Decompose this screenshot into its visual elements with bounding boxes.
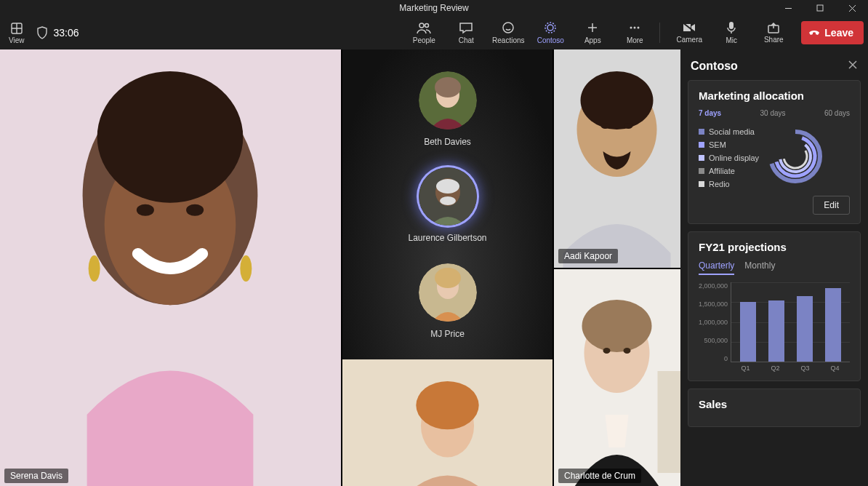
contoso-icon — [543, 21, 558, 34]
svg-point-37 — [416, 381, 478, 429]
participant-name: MJ Price — [430, 329, 465, 339]
panel-title: Contoso — [691, 60, 738, 73]
svg-point-2 — [419, 23, 424, 28]
svg-point-19 — [240, 255, 252, 282]
video-tile-overflow[interactable] — [342, 359, 552, 486]
legend-label: Online display — [709, 154, 759, 162]
avatar-thumb-3[interactable] — [419, 263, 477, 322]
allocation-card: Marketing allocation 7 days 30 days 60 d… — [688, 80, 861, 224]
legend-label: SEM — [709, 140, 726, 149]
range-tab-30[interactable]: 30 days — [760, 109, 786, 117]
avatar-thumb-2[interactable] — [419, 167, 477, 226]
camera-label: Camera — [677, 36, 703, 44]
avatar — [554, 49, 680, 268]
video-tile-main[interactable]: Serena Davis — [0, 49, 341, 486]
people-label: People — [413, 36, 435, 44]
contoso-button[interactable]: Contoso — [530, 16, 571, 49]
mic-button[interactable]: Mic — [711, 16, 752, 49]
name-plate: Charlotte de Crum — [558, 469, 641, 483]
window-title: Marketing Review — [399, 3, 468, 13]
svg-point-4 — [503, 23, 513, 33]
svg-point-17 — [186, 204, 204, 216]
svg-point-44 — [771, 132, 820, 181]
bar — [740, 302, 756, 362]
leave-button[interactable]: Leave — [801, 21, 864, 44]
range-tab-7[interactable]: 7 days — [699, 109, 721, 117]
chat-label: Chat — [459, 36, 474, 44]
ellipsis-icon — [628, 21, 641, 34]
allocation-legend: Social media SEM Online display Affiliat… — [699, 127, 759, 188]
people-icon — [417, 21, 431, 34]
reactions-label: Reactions — [492, 36, 524, 44]
close-button[interactable] — [836, 0, 868, 16]
svg-point-7 — [630, 27, 632, 29]
bar — [797, 296, 813, 362]
shield-icon — [36, 26, 48, 39]
participant-name: Beth Davies — [424, 137, 471, 147]
participant-name: Laurence Gilbertson — [408, 233, 486, 243]
range-tab-60[interactable]: 60 days — [824, 109, 850, 117]
projections-card: FY21 projections Quarterly Monthly 2,000… — [688, 231, 861, 381]
video-tile-3[interactable]: Charlotte de Crum — [554, 269, 680, 486]
minimize-button[interactable] — [772, 0, 804, 16]
meeting-timer: 33:06 — [54, 27, 79, 39]
legend-label: Social media — [709, 127, 755, 136]
bar-chart: 2,000,0001,500,0001,000,000500,0000 — [699, 282, 850, 362]
more-button[interactable]: More — [614, 16, 655, 49]
camera-off-icon — [682, 22, 696, 33]
svg-point-42 — [603, 348, 611, 354]
camera-button[interactable]: Camera — [669, 16, 710, 49]
reactions-button[interactable]: Reactions — [488, 16, 529, 49]
legend-label: Redio — [709, 180, 730, 188]
apps-button[interactable]: Apps — [572, 16, 613, 49]
view-button[interactable]: View — [9, 22, 25, 44]
legend-label: Affiliate — [709, 167, 735, 175]
close-panel-button[interactable] — [848, 60, 858, 73]
svg-point-27 — [435, 77, 461, 97]
legend-swatch — [699, 142, 704, 148]
people-button[interactable]: People — [403, 16, 444, 49]
svg-point-23 — [601, 123, 610, 129]
grid-icon — [10, 22, 23, 35]
chat-icon — [459, 21, 473, 34]
card-title: Marketing allocation — [699, 89, 850, 102]
svg-point-18 — [89, 255, 100, 282]
svg-point-30 — [436, 179, 459, 194]
avatar-thumb-1[interactable] — [419, 71, 477, 130]
tab-quarterly[interactable]: Quarterly — [699, 260, 734, 275]
sales-card: Sales — [688, 389, 861, 427]
svg-point-6 — [545, 23, 555, 33]
legend-swatch — [699, 168, 704, 174]
share-icon — [767, 22, 780, 33]
svg-point-43 — [624, 348, 631, 354]
avatar — [0, 49, 341, 486]
mic-label: Mic — [726, 36, 738, 44]
donut-chart — [766, 127, 824, 186]
share-button[interactable]: Share — [753, 16, 794, 49]
maximize-button[interactable] — [804, 0, 836, 16]
chat-button[interactable]: Chat — [446, 16, 486, 49]
video-tile-2[interactable]: Aadi Kapoor — [554, 49, 680, 268]
share-label: Share — [764, 36, 784, 44]
svg-rect-39 — [658, 371, 681, 473]
svg-point-22 — [581, 71, 654, 130]
legend-swatch — [699, 155, 704, 161]
toolbar-divider — [659, 23, 660, 43]
plus-icon — [586, 21, 599, 34]
avatar — [554, 269, 680, 486]
svg-point-15 — [97, 71, 244, 203]
svg-point-16 — [137, 204, 154, 216]
tab-monthly[interactable]: Monthly — [744, 260, 775, 275]
svg-point-34 — [435, 268, 461, 288]
title-bar: Marketing Review — [0, 0, 868, 16]
legend-swatch — [699, 181, 704, 187]
mic-icon — [726, 21, 737, 34]
svg-point-41 — [582, 300, 652, 352]
edit-button[interactable]: Edit — [813, 196, 850, 215]
svg-point-5 — [547, 25, 553, 31]
svg-point-3 — [425, 24, 429, 28]
more-label: More — [627, 36, 643, 44]
svg-point-31 — [440, 196, 456, 205]
legend-swatch — [699, 129, 704, 135]
name-plate: Serena Davis — [4, 469, 68, 483]
